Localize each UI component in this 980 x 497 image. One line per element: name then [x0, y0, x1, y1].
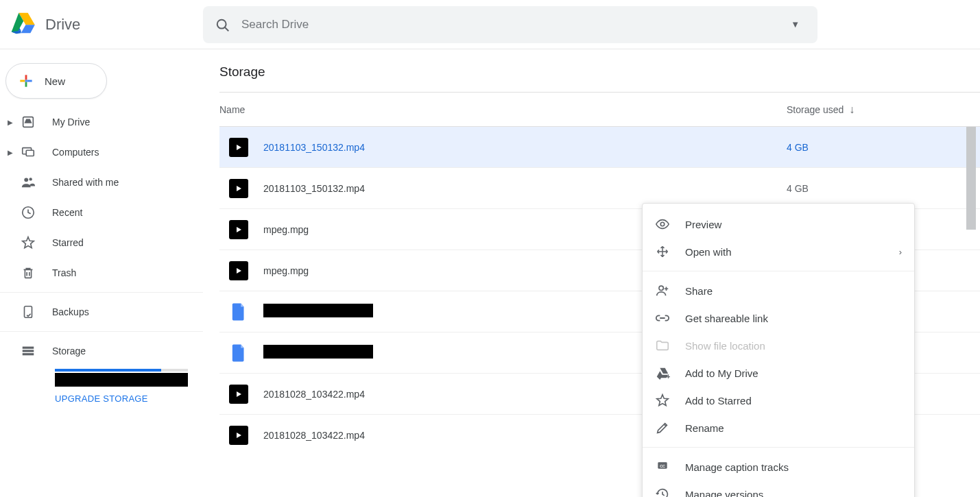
svg-text:CC: CC: [660, 464, 665, 468]
svg-rect-5: [27, 80, 32, 82]
menu-item-get-shareable-link[interactable]: Get shareable link: [643, 304, 914, 332]
sidebar-item-storage[interactable]: Storage: [0, 336, 203, 366]
svg-rect-6: [25, 80, 27, 82]
history-icon: [655, 487, 670, 497]
svg-line-1: [225, 27, 229, 31]
sidebar-item-shared[interactable]: Shared with me: [0, 167, 203, 197]
menu-item-label: Get shareable link: [685, 313, 768, 324]
shared-icon: [21, 175, 36, 190]
eye-icon: [655, 217, 670, 232]
logo-area[interactable]: Drive: [0, 11, 203, 38]
menu-item-open-with[interactable]: Open with›: [643, 238, 914, 265]
cc-icon: CC: [655, 459, 670, 474]
storage-icon: [21, 343, 36, 359]
nav-primary: ▶ My Drive ▶ Computers Shared with me: [0, 107, 203, 288]
svg-point-18: [659, 286, 663, 290]
video-file-icon: [229, 179, 248, 198]
page-title: Storage: [219, 49, 980, 92]
menu-item-add-to-starred[interactable]: Add to Starred: [643, 387, 914, 414]
menu-separator: [643, 271, 914, 271]
sidebar-item-trash[interactable]: Trash: [0, 258, 203, 288]
menu-item-label: Preview: [685, 219, 721, 230]
new-button[interactable]: New: [5, 63, 107, 99]
menu-item-label: Manage versions: [685, 489, 763, 498]
svg-rect-14: [23, 347, 34, 349]
expand-icon[interactable]: ▶: [5, 119, 15, 126]
star-icon: [655, 393, 670, 408]
svg-point-0: [217, 19, 226, 28]
video-file-icon: [229, 426, 248, 445]
main: Storage Name Storage used ↓ 20181103_150…: [203, 49, 980, 497]
menu-item-label: Manage caption tracks: [685, 461, 789, 473]
trash-icon: [21, 265, 36, 280]
svg-rect-2: [25, 75, 27, 80]
menu-item-label: Share: [685, 285, 713, 297]
scrollbar[interactable]: [966, 127, 976, 449]
menu-item-label: Rename: [685, 422, 724, 434]
storage-progress: [55, 369, 188, 372]
video-file-icon: [229, 220, 248, 239]
menu-item-show-file-location: Show file location: [643, 332, 914, 359]
search-box[interactable]: ▼: [203, 6, 817, 43]
computers-icon: [21, 145, 36, 160]
file-name: 20181103_150132.mp4: [263, 142, 787, 153]
menu-item-rename[interactable]: Rename: [643, 414, 914, 441]
new-button-label: New: [45, 75, 65, 87]
folder-icon: [655, 338, 670, 353]
chevron-right-icon: ›: [899, 247, 902, 257]
video-file-icon: [229, 138, 248, 157]
table-header: Name Storage used ↓: [219, 93, 980, 127]
drive-logo-icon: [10, 11, 37, 38]
upgrade-storage-link[interactable]: UPGRADE STORAGE: [55, 393, 203, 404]
svg-rect-4: [20, 80, 25, 82]
pencil-icon: [655, 420, 670, 435]
plus-icon: [17, 72, 35, 90]
expand-icon[interactable]: ▶: [5, 149, 15, 156]
menu-item-label: Add to My Drive: [685, 367, 758, 379]
nav-backups: Backups: [0, 297, 203, 327]
sidebar-item-starred[interactable]: Starred: [0, 228, 203, 258]
sidebar-item-recent[interactable]: Recent: [0, 197, 203, 228]
link-icon: [655, 311, 670, 326]
app-name: Drive: [45, 16, 80, 34]
svg-rect-3: [25, 82, 27, 86]
menu-item-label: Open with: [685, 246, 732, 258]
search-options-caret-icon[interactable]: ▼: [791, 19, 805, 29]
search-input[interactable]: [241, 18, 778, 32]
menu-item-preview[interactable]: Preview: [643, 210, 914, 238]
menu-item-manage-caption-tracks[interactable]: CCManage caption tracks: [643, 453, 914, 481]
svg-point-11: [29, 178, 32, 180]
person-add-icon: [655, 283, 670, 298]
svg-rect-15: [23, 350, 34, 352]
svg-point-17: [660, 222, 665, 226]
column-name[interactable]: Name: [219, 104, 787, 115]
svg-rect-16: [23, 353, 34, 355]
file-name: 20181103_150132.mp4: [263, 183, 787, 194]
file-storage-used: 4 GB: [787, 183, 980, 194]
search-icon: [215, 18, 229, 32]
storage-used-text: [55, 373, 188, 387]
svg-rect-9: [26, 150, 34, 156]
drive-icon: [21, 114, 36, 130]
svg-point-10: [24, 178, 28, 182]
table-row[interactable]: 20181103_150132.mp44 GB: [219, 127, 980, 168]
star-icon: [21, 235, 36, 250]
column-storage-used[interactable]: Storage used ↓: [787, 104, 980, 116]
menu-item-manage-versions[interactable]: Manage versions: [643, 481, 914, 497]
video-file-icon: [229, 261, 248, 280]
menu-item-share[interactable]: Share: [643, 277, 914, 304]
menu-item-add-to-my-drive[interactable]: +Add to My Drive: [643, 359, 914, 387]
clock-icon: [21, 205, 36, 220]
move-icon: [655, 244, 670, 259]
sidebar-item-my-drive[interactable]: ▶ My Drive: [0, 107, 203, 137]
doc-file-icon: [229, 343, 248, 363]
nav-storage: Storage: [0, 336, 203, 366]
arrow-down-icon: ↓: [849, 104, 854, 116]
file-storage-used: 4 GB: [787, 142, 980, 153]
sidebar-item-backups[interactable]: Backups: [0, 297, 203, 327]
menu-separator: [643, 447, 914, 448]
svg-text:+: +: [667, 373, 671, 380]
sidebar-item-computers[interactable]: ▶ Computers: [0, 137, 203, 167]
backup-icon: [21, 304, 36, 319]
doc-file-icon: [229, 302, 248, 322]
